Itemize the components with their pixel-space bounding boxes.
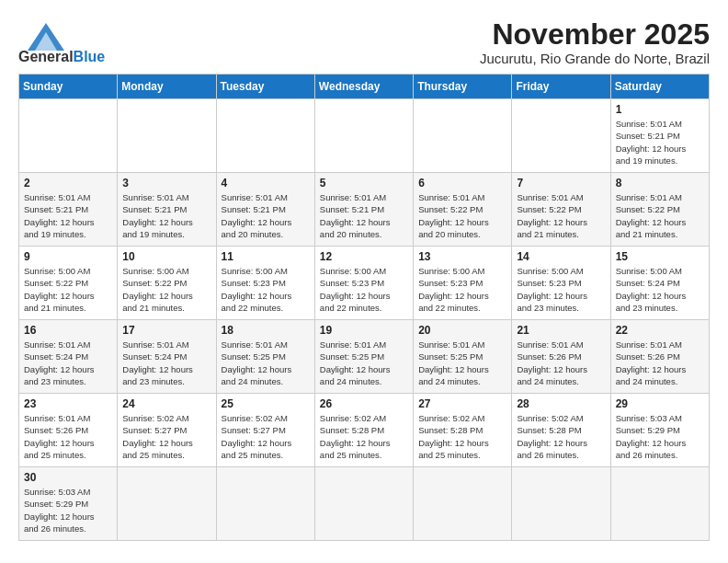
week-row-4: 23Sunrise: 5:01 AM Sunset: 5:26 PM Dayli… xyxy=(19,394,710,467)
week-row-1: 2Sunrise: 5:01 AM Sunset: 5:21 PM Daylig… xyxy=(19,173,710,247)
month-title: November 2025 xyxy=(480,18,710,51)
cell-w4-d6: 29Sunrise: 5:03 AM Sunset: 5:29 PM Dayli… xyxy=(610,394,709,467)
day-info-18: Sunrise: 5:01 AM Sunset: 5:25 PM Dayligh… xyxy=(222,339,310,387)
cell-w5-d2 xyxy=(216,467,314,541)
cell-w3-d3: 19Sunrise: 5:01 AM Sunset: 5:25 PM Dayli… xyxy=(314,320,413,394)
col-wednesday: Wednesday xyxy=(314,75,413,99)
day-info-24: Sunrise: 5:02 AM Sunset: 5:27 PM Dayligh… xyxy=(122,412,210,461)
cell-w2-d0: 9Sunrise: 5:00 AM Sunset: 5:22 PM Daylig… xyxy=(19,247,118,320)
day-number-30: 30 xyxy=(24,471,112,484)
cell-w3-d1: 17Sunrise: 5:01 AM Sunset: 5:24 PM Dayli… xyxy=(118,320,216,394)
header: GeneralBlue November 2025 Jucurutu, Rio … xyxy=(18,18,710,66)
day-info-14: Sunrise: 5:00 AM Sunset: 5:23 PM Dayligh… xyxy=(517,265,605,314)
cell-w1-d5: 7Sunrise: 5:01 AM Sunset: 5:22 PM Daylig… xyxy=(512,173,610,247)
week-row-3: 16Sunrise: 5:01 AM Sunset: 5:24 PM Dayli… xyxy=(19,320,710,394)
cell-w5-d1 xyxy=(118,467,216,541)
cell-w4-d4: 27Sunrise: 5:02 AM Sunset: 5:28 PM Dayli… xyxy=(414,394,512,467)
cell-w4-d0: 23Sunrise: 5:01 AM Sunset: 5:26 PM Dayli… xyxy=(19,394,118,467)
day-number-24: 24 xyxy=(122,397,210,410)
day-info-16: Sunrise: 5:01 AM Sunset: 5:24 PM Dayligh… xyxy=(24,339,112,387)
day-info-30: Sunrise: 5:03 AM Sunset: 5:29 PM Dayligh… xyxy=(24,486,112,534)
cell-w1-d2: 4Sunrise: 5:01 AM Sunset: 5:21 PM Daylig… xyxy=(216,173,314,247)
cell-w2-d3: 12Sunrise: 5:00 AM Sunset: 5:23 PM Dayli… xyxy=(314,247,413,320)
cell-w1-d0: 2Sunrise: 5:01 AM Sunset: 5:21 PM Daylig… xyxy=(19,173,118,247)
day-info-26: Sunrise: 5:02 AM Sunset: 5:28 PM Dayligh… xyxy=(320,412,408,461)
day-number-1: 1 xyxy=(616,103,704,116)
cell-w5-d6 xyxy=(610,467,709,541)
day-number-16: 16 xyxy=(24,324,112,337)
day-number-11: 11 xyxy=(222,250,310,263)
day-number-9: 9 xyxy=(24,250,112,263)
cell-w1-d6: 8Sunrise: 5:01 AM Sunset: 5:22 PM Daylig… xyxy=(610,173,709,247)
day-info-27: Sunrise: 5:02 AM Sunset: 5:28 PM Dayligh… xyxy=(418,412,506,461)
logo: GeneralBlue xyxy=(18,18,105,64)
day-number-23: 23 xyxy=(24,397,112,410)
col-monday: Monday xyxy=(118,75,216,99)
day-number-12: 12 xyxy=(320,250,408,263)
day-info-23: Sunrise: 5:01 AM Sunset: 5:26 PM Dayligh… xyxy=(24,412,112,461)
day-info-25: Sunrise: 5:02 AM Sunset: 5:27 PM Dayligh… xyxy=(222,412,310,461)
day-info-3: Sunrise: 5:01 AM Sunset: 5:21 PM Dayligh… xyxy=(122,191,210,240)
day-number-14: 14 xyxy=(517,250,605,263)
cell-w2-d4: 13Sunrise: 5:00 AM Sunset: 5:23 PM Dayli… xyxy=(414,247,512,320)
day-info-15: Sunrise: 5:00 AM Sunset: 5:24 PM Dayligh… xyxy=(616,265,704,314)
cell-w4-d5: 28Sunrise: 5:02 AM Sunset: 5:28 PM Dayli… xyxy=(512,394,610,467)
day-info-8: Sunrise: 5:01 AM Sunset: 5:22 PM Dayligh… xyxy=(616,191,704,240)
logo-general: General xyxy=(18,49,74,64)
location-title: Jucurutu, Rio Grande do Norte, Brazil xyxy=(480,51,710,66)
title-area: November 2025 Jucurutu, Rio Grande do No… xyxy=(480,18,710,66)
cell-w0-d5 xyxy=(512,99,610,173)
cell-w0-d1 xyxy=(118,99,216,173)
cell-w4-d2: 25Sunrise: 5:02 AM Sunset: 5:27 PM Dayli… xyxy=(216,394,314,467)
day-number-15: 15 xyxy=(616,250,704,263)
cell-w2-d5: 14Sunrise: 5:00 AM Sunset: 5:23 PM Dayli… xyxy=(512,247,610,320)
day-info-13: Sunrise: 5:00 AM Sunset: 5:23 PM Dayligh… xyxy=(418,265,506,314)
day-info-4: Sunrise: 5:01 AM Sunset: 5:21 PM Dayligh… xyxy=(222,191,310,240)
calendar-header-row: Sunday Monday Tuesday Wednesday Thursday… xyxy=(19,75,710,99)
day-number-29: 29 xyxy=(616,397,704,410)
cell-w5-d4 xyxy=(414,467,512,541)
cell-w1-d4: 6Sunrise: 5:01 AM Sunset: 5:22 PM Daylig… xyxy=(414,173,512,247)
day-info-1: Sunrise: 5:01 AM Sunset: 5:21 PM Dayligh… xyxy=(616,118,704,167)
logo-text: GeneralBlue xyxy=(18,50,105,64)
day-number-8: 8 xyxy=(616,177,704,190)
day-info-20: Sunrise: 5:01 AM Sunset: 5:25 PM Dayligh… xyxy=(418,339,506,387)
day-info-6: Sunrise: 5:01 AM Sunset: 5:22 PM Dayligh… xyxy=(418,191,506,240)
day-number-20: 20 xyxy=(418,324,506,337)
col-friday: Friday xyxy=(512,75,610,99)
day-info-10: Sunrise: 5:00 AM Sunset: 5:22 PM Dayligh… xyxy=(122,265,210,314)
logo-blue: Blue xyxy=(74,49,106,64)
col-thursday: Thursday xyxy=(414,75,512,99)
day-info-17: Sunrise: 5:01 AM Sunset: 5:24 PM Dayligh… xyxy=(122,339,210,387)
cell-w5-d0: 30Sunrise: 5:03 AM Sunset: 5:29 PM Dayli… xyxy=(19,467,118,541)
day-info-5: Sunrise: 5:01 AM Sunset: 5:21 PM Dayligh… xyxy=(320,191,408,240)
col-saturday: Saturday xyxy=(610,75,709,99)
day-number-21: 21 xyxy=(517,324,605,337)
cell-w3-d4: 20Sunrise: 5:01 AM Sunset: 5:25 PM Dayli… xyxy=(414,320,512,394)
day-info-22: Sunrise: 5:01 AM Sunset: 5:26 PM Dayligh… xyxy=(616,339,704,387)
day-number-27: 27 xyxy=(418,397,506,410)
cell-w5-d3 xyxy=(314,467,413,541)
day-number-10: 10 xyxy=(122,250,210,263)
day-number-19: 19 xyxy=(320,324,408,337)
day-number-28: 28 xyxy=(517,397,605,410)
cell-w1-d3: 5Sunrise: 5:01 AM Sunset: 5:21 PM Daylig… xyxy=(314,173,413,247)
cell-w0-d2 xyxy=(216,99,314,173)
day-number-3: 3 xyxy=(122,177,210,190)
day-info-29: Sunrise: 5:03 AM Sunset: 5:29 PM Dayligh… xyxy=(616,412,704,461)
day-info-7: Sunrise: 5:01 AM Sunset: 5:22 PM Dayligh… xyxy=(517,191,605,240)
calendar: Sunday Monday Tuesday Wednesday Thursday… xyxy=(18,74,710,541)
col-sunday: Sunday xyxy=(19,75,118,99)
day-number-17: 17 xyxy=(122,324,210,337)
col-tuesday: Tuesday xyxy=(216,75,314,99)
day-number-5: 5 xyxy=(320,177,408,190)
cell-w1-d1: 3Sunrise: 5:01 AM Sunset: 5:21 PM Daylig… xyxy=(118,173,216,247)
cell-w3-d5: 21Sunrise: 5:01 AM Sunset: 5:26 PM Dayli… xyxy=(512,320,610,394)
week-row-5: 30Sunrise: 5:03 AM Sunset: 5:29 PM Dayli… xyxy=(19,467,710,541)
week-row-2: 9Sunrise: 5:00 AM Sunset: 5:22 PM Daylig… xyxy=(19,247,710,320)
cell-w3-d0: 16Sunrise: 5:01 AM Sunset: 5:24 PM Dayli… xyxy=(19,320,118,394)
day-number-4: 4 xyxy=(222,177,310,190)
cell-w0-d0 xyxy=(19,99,118,173)
day-info-21: Sunrise: 5:01 AM Sunset: 5:26 PM Dayligh… xyxy=(517,339,605,387)
cell-w0-d3 xyxy=(314,99,413,173)
